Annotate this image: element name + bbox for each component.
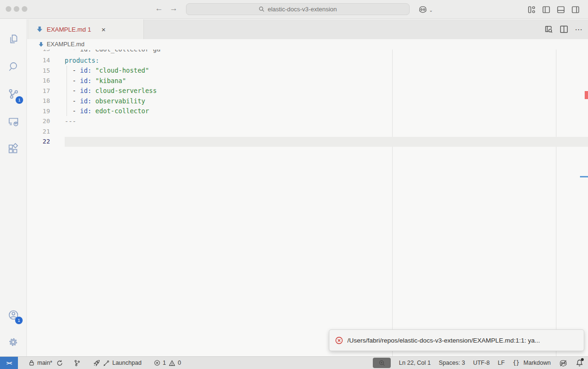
branch-status-item[interactable]: main*: [25, 357, 66, 369]
breadcrumb[interactable]: EXAMPLE.md: [27, 39, 588, 50]
sidebar-item-accounts[interactable]: 1: [0, 303, 26, 326]
sidebar-item-explorer[interactable]: [0, 28, 26, 50]
error-icon: [335, 336, 343, 344]
code-line: 18 - id: observability: [27, 96, 588, 106]
back-icon[interactable]: ←: [153, 4, 165, 13]
sidebar-item-run-and-debug[interactable]: [0, 110, 26, 133]
extensions-icon: [7, 143, 19, 155]
copilot-icon[interactable]: [418, 5, 427, 14]
window-close-button[interactable]: [6, 6, 11, 12]
code-line: 20 ---: [27, 116, 588, 126]
search-icon: [259, 6, 265, 12]
toggle-panel-icon[interactable]: [557, 6, 565, 14]
indentation[interactable]: Spaces: 3: [439, 360, 465, 366]
breadcrumb-file: EXAMPLE.md: [47, 41, 84, 48]
eol-sequence[interactable]: LF: [498, 360, 505, 366]
clipped-code-line: 13 - id: edot_collector ga: [27, 50, 588, 54]
customize-layout-icon[interactable]: [528, 6, 536, 14]
command-center-search[interactable]: elastic-docs-v3-extension: [186, 3, 410, 15]
zoom-status-item[interactable]: [373, 358, 391, 368]
search-label: elastic-docs-v3-extension: [268, 6, 337, 13]
tab-bar: EXAMPLE.md 1 × ⋯: [27, 19, 588, 39]
split-editor-icon[interactable]: [560, 25, 568, 34]
account-badge: 1: [15, 317, 23, 324]
overview-ruler-error-marker: [585, 91, 588, 99]
problems-status-item[interactable]: 1 0: [151, 357, 184, 369]
rocket-icon: [93, 359, 101, 367]
launchpad-label: Launchpad: [112, 360, 142, 366]
run-and-debug-icon: [7, 115, 20, 128]
toggle-secondary-sidebar-icon[interactable]: [571, 6, 580, 14]
sidebar-item-extensions[interactable]: [0, 137, 26, 160]
sidebar-item-search[interactable]: [0, 55, 26, 78]
code-line: 22: [27, 136, 588, 147]
branch-label: main*: [37, 360, 52, 366]
window-minimize-button[interactable]: [14, 6, 19, 12]
scm-graph-status-item[interactable]: [71, 357, 84, 369]
launchpad-status-item[interactable]: Launchpad: [90, 357, 144, 369]
forward-icon[interactable]: →: [168, 4, 179, 13]
markdown-file-icon: [36, 26, 43, 33]
warning-count: 0: [178, 360, 181, 366]
code-line: 16 - id: "kibana": [27, 75, 588, 86]
sync-icon: [56, 360, 63, 367]
toggle-primary-sidebar-icon[interactable]: [542, 6, 551, 14]
tab-example-md[interactable]: EXAMPLE.md 1 ×: [28, 19, 144, 39]
code-line: 19 - id: edot-collector: [27, 106, 588, 117]
remote-indicator[interactable]: ><: [0, 357, 18, 369]
scm-badge: 1: [16, 96, 23, 104]
code-line: 21: [27, 126, 588, 137]
warning-count-icon: [168, 360, 176, 367]
zoom-in-icon: [378, 360, 386, 367]
braces-icon: {}: [512, 360, 519, 366]
overview-ruler-cursor-marker: [580, 176, 588, 177]
copilot-disabled-icon[interactable]: [559, 359, 568, 367]
gear-icon: [7, 336, 19, 348]
chevron-down-icon[interactable]: ⌄: [429, 8, 433, 13]
sidebar-item-settings[interactable]: [0, 331, 26, 353]
titlebar: ← → elastic-docs-v3-extension ⌄: [0, 0, 588, 19]
pen-rocket-icon: [103, 360, 110, 367]
window-zoom-button[interactable]: [22, 6, 27, 12]
tab-error-count: 1: [88, 26, 91, 33]
language-mode[interactable]: {} Markdown: [512, 360, 551, 366]
encoding[interactable]: UTF-8: [473, 360, 489, 366]
lock-icon: [28, 360, 35, 366]
more-actions-icon[interactable]: ⋯: [575, 25, 582, 34]
code-line: 15 - id: "cloud-hosted": [27, 66, 588, 76]
language-label: Markdown: [523, 360, 551, 366]
editor[interactable]: 13 - id: edot_collector ga 14 products: …: [27, 50, 588, 356]
cursor-position[interactable]: Ln 22, Col 1: [399, 360, 430, 366]
error-notification-toast[interactable]: /Users/fabri/repos/elastic-docs-v3-exten…: [329, 329, 584, 351]
markdown-file-icon: [38, 42, 44, 47]
error-count-icon: [154, 360, 160, 366]
notification-message: /Users/fabri/repos/elastic-docs-v3-exten…: [347, 337, 540, 344]
open-preview-icon[interactable]: [545, 25, 553, 34]
sidebar-item-source-control[interactable]: 1: [0, 83, 26, 105]
bell-badge-dot: [581, 358, 584, 361]
status-bar: >< main*: [0, 356, 588, 369]
search-icon: [7, 60, 19, 73]
code-line: 17 - id: cloud-serverless: [27, 86, 588, 96]
scm-graph-icon: [74, 360, 81, 367]
active-line-number: 22: [27, 138, 50, 145]
tab-label: EXAMPLE.md 1: [47, 26, 91, 33]
files-icon: [7, 33, 19, 45]
activity-bar: 1 1: [0, 19, 27, 356]
error-count: 1: [163, 360, 166, 366]
code-line: 14 products:: [27, 55, 588, 66]
notifications-bell[interactable]: [576, 359, 583, 367]
close-icon[interactable]: ×: [101, 25, 106, 34]
